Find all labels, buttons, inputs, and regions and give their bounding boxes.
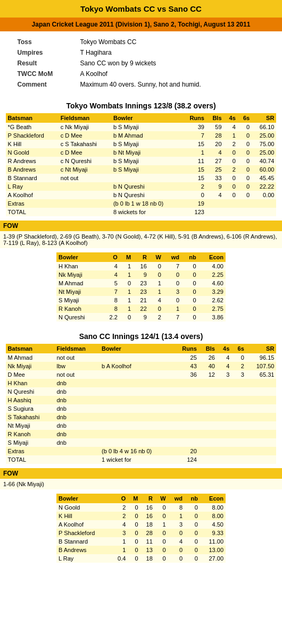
w-cell: 0 bbox=[155, 537, 168, 546]
batsman-cell: N Qureshi bbox=[6, 387, 55, 396]
w-cell: 0 bbox=[149, 270, 163, 279]
batsman-cell: Nk Miyaji bbox=[6, 362, 55, 370]
table-row: L Ray b N Qureshi 2 9 0 0 22.22 bbox=[6, 182, 277, 191]
r-cell: 23 bbox=[133, 279, 149, 287]
o-cell: 2 bbox=[111, 503, 128, 512]
batsman-cell: B Stannard bbox=[6, 174, 59, 182]
fours-cell: 0 bbox=[224, 157, 238, 165]
bowler-cell bbox=[99, 421, 173, 430]
batsman-cell: K Hill bbox=[6, 140, 59, 148]
o-cell: 4 bbox=[111, 520, 128, 529]
sixes-cell bbox=[238, 208, 252, 216]
bls-cell: 59 bbox=[206, 123, 224, 131]
sixes-cell bbox=[231, 379, 246, 387]
result-row: Result Sano CC won by 9 wickets bbox=[14, 58, 268, 69]
fours-cell: 2 bbox=[224, 140, 238, 148]
fours-cell: 1 bbox=[224, 131, 238, 140]
table-row: R Kanoh dnb bbox=[6, 430, 277, 438]
sr-cell bbox=[246, 430, 277, 438]
nb-cell: 0 bbox=[185, 520, 200, 529]
bowler-cell: b M Ahmad bbox=[111, 131, 182, 140]
fieldsman-cell: lbw bbox=[54, 362, 99, 370]
sr-cell bbox=[252, 199, 276, 208]
bowl2-col-wd: wd bbox=[168, 494, 185, 503]
bowler-cell bbox=[99, 396, 173, 404]
fours-cell: 0 bbox=[224, 174, 238, 182]
toss-row: Toss Tokyo Wombats CC bbox=[14, 37, 268, 47]
w-cell: 4 bbox=[149, 296, 163, 304]
bowler-cell bbox=[111, 174, 182, 182]
econ-cell: 3.29 bbox=[198, 287, 226, 296]
bls-cell: 4 bbox=[206, 148, 224, 157]
m-cell: 0 bbox=[120, 313, 133, 321]
sr-cell: 0.00 bbox=[252, 191, 276, 199]
innings1-bowling-table: Bowler O M R W wd nb Econ H Khan 4 1 16 … bbox=[56, 252, 226, 321]
w-cell: 0 bbox=[155, 546, 168, 554]
nb-cell: 0 bbox=[181, 262, 198, 270]
bowl2-col-m: M bbox=[128, 494, 140, 503]
w-cell: 1 bbox=[155, 520, 168, 529]
batsman-cell: H Khan bbox=[6, 379, 55, 387]
w-cell: 0 bbox=[149, 262, 163, 270]
wd-cell: 0 bbox=[163, 296, 181, 304]
fieldsman-cell: c N Qureshi bbox=[59, 157, 111, 165]
bls-cell bbox=[199, 421, 217, 430]
bowler-name-cell: S Miyaji bbox=[56, 296, 102, 304]
fours-cell bbox=[217, 404, 231, 413]
innings1-fow-text: 1-39 (P Shackleford), 2-69 (G Beath), 3-… bbox=[0, 231, 282, 248]
bowl2-col-nb: nb bbox=[185, 494, 200, 503]
bowl2-col-r: R bbox=[140, 494, 155, 503]
bls-cell bbox=[206, 208, 224, 216]
table-row: A Koolhof 4 0 18 1 3 0 4.50 bbox=[56, 520, 226, 529]
m-cell: 0 bbox=[120, 279, 133, 287]
mom-row: TWCC MoM A Koolhof bbox=[14, 69, 268, 79]
sixes-cell bbox=[231, 404, 246, 413]
fieldsman-cell: dnb bbox=[54, 421, 99, 430]
sr-cell: 66.10 bbox=[252, 123, 276, 131]
batsman-cell: TOTAL bbox=[6, 455, 55, 464]
fieldsman-cell bbox=[59, 208, 111, 216]
bowler-cell bbox=[99, 370, 173, 379]
sr-cell: 22.22 bbox=[252, 182, 276, 191]
innings2-title: Sano CC Innings 124/1 (13.4 overs) bbox=[0, 326, 282, 344]
table-row: M Ahmad 5 0 23 1 0 0 4.60 bbox=[56, 279, 226, 287]
table-row: P Shackleford c D Mee b M Ahmad 7 28 1 0… bbox=[6, 131, 277, 140]
m-cell: 1 bbox=[120, 304, 133, 313]
table-row: Nt Miyaji 7 1 23 1 3 0 3.29 bbox=[56, 287, 226, 296]
sr-cell: 60.00 bbox=[252, 165, 276, 174]
innings1-batting-table: Batsman Fieldsman Bowler Runs Bls 4s 6s … bbox=[6, 113, 277, 216]
r-cell: 11 bbox=[140, 537, 155, 546]
bls-cell: 4 bbox=[206, 191, 224, 199]
comment-value: Maximum 40 overs. Sunny, hot and humid. bbox=[77, 79, 268, 90]
econ-cell: 2.75 bbox=[198, 304, 226, 313]
fieldsman-cell: c Nk Miyaji bbox=[59, 123, 111, 131]
sixes-cell: 2 bbox=[231, 362, 246, 370]
table-row: A Koolhof b N Qureshi 0 4 0 0 0.00 bbox=[6, 191, 277, 199]
bowl2-col-bowler: Bowler bbox=[56, 494, 111, 503]
toss-label: Toss bbox=[14, 37, 77, 47]
wd-cell: 3 bbox=[168, 520, 185, 529]
sixes-cell: 0 bbox=[238, 191, 252, 199]
innings2-fow-text: 1-66 (Nk Miyaji) bbox=[0, 479, 282, 489]
sr-cell bbox=[246, 447, 277, 455]
bowler-name-cell: L Ray bbox=[56, 554, 111, 563]
table-row: *G Beath c Nk Miyaji b S Miyaji 39 59 4 … bbox=[6, 123, 277, 131]
bowl-col-m: M bbox=[120, 252, 133, 262]
col-sr2: SR bbox=[246, 344, 277, 353]
fours-cell: 4 bbox=[217, 353, 231, 362]
r-cell: 9 bbox=[133, 270, 149, 279]
m-cell: 0 bbox=[128, 546, 140, 554]
bowl-col-bowler: Bowler bbox=[56, 252, 102, 262]
runs-cell: 0 bbox=[182, 191, 206, 199]
runs-cell: 123 bbox=[182, 208, 206, 216]
econ-cell: 4.50 bbox=[200, 520, 226, 529]
bowler-cell: 8 wickets for bbox=[111, 208, 182, 216]
fieldsman-cell: c Nt Miyaji bbox=[59, 165, 111, 174]
bowler-cell: (b 0 lb 1 w 18 nb 0) bbox=[111, 199, 182, 208]
fieldsman-cell bbox=[59, 191, 111, 199]
bls-cell: 27 bbox=[206, 157, 224, 165]
bls-cell bbox=[199, 379, 217, 387]
bls-cell: 40 bbox=[199, 362, 217, 370]
runs-cell: 15 bbox=[182, 165, 206, 174]
innings2-fow-bar: FOW bbox=[0, 468, 282, 479]
